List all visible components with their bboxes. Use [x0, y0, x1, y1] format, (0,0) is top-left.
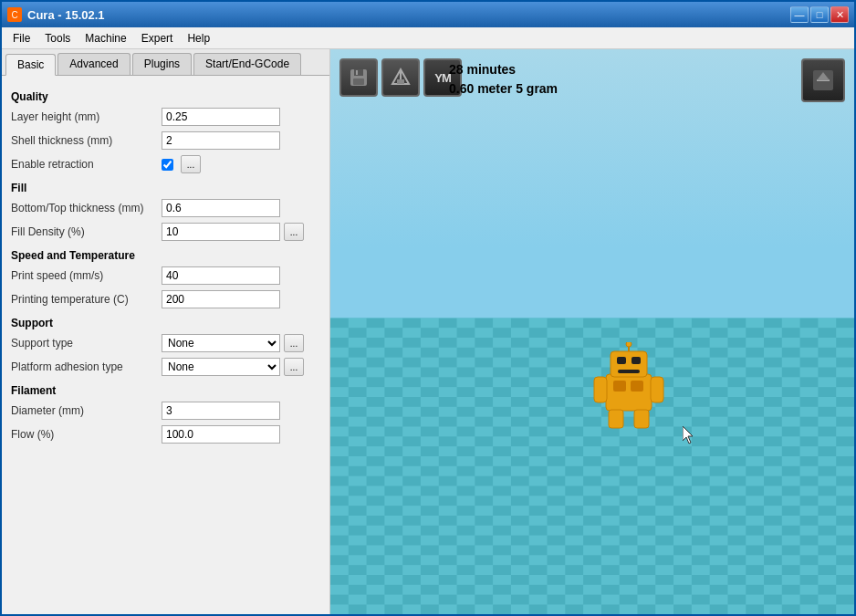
menu-machine[interactable]: Machine	[78, 30, 133, 47]
tab-advanced[interactable]: Advanced	[57, 53, 130, 75]
print-details: 0.60 meter 5 gram	[449, 79, 558, 99]
title-bar-left: C Cura - 15.02.1	[7, 7, 105, 22]
svg-rect-21	[609, 410, 623, 428]
enable-retraction-row: Enable retraction ...	[11, 154, 320, 174]
svg-rect-19	[613, 381, 626, 392]
left-panel: Basic Advanced Plugins Start/End-GCode Q…	[2, 49, 330, 614]
app-icon: C	[7, 7, 22, 22]
svg-rect-9	[397, 79, 404, 84]
bottom-top-thickness-input[interactable]	[162, 199, 280, 217]
menu-help[interactable]: Help	[180, 30, 217, 47]
support-section-title: Support	[11, 317, 320, 329]
toolbar-3d: YM	[339, 58, 462, 97]
svg-rect-17	[632, 357, 641, 364]
title-controls: — □ ✕	[790, 6, 849, 23]
tabs-bar: Basic Advanced Plugins Start/End-GCode	[2, 49, 329, 76]
tab-plugins[interactable]: Plugins	[132, 53, 192, 75]
form-area: Quality Layer height (mm) Shell thicknes…	[2, 76, 329, 614]
main-window: C Cura - 15.02.1 — □ ✕ File Tools Machin…	[0, 0, 856, 616]
print-temp-label: Printing temperature (C)	[11, 293, 162, 306]
svg-point-26	[626, 342, 632, 347]
shell-thickness-row: Shell thickness (mm)	[11, 131, 320, 151]
layer-height-label: Layer height (mm)	[11, 110, 162, 123]
shell-thickness-label: Shell thickness (mm)	[11, 134, 162, 147]
svg-rect-18	[618, 370, 640, 373]
platform-adhesion-select[interactable]: None Brim Raft	[162, 358, 280, 376]
flow-input[interactable]	[162, 425, 280, 444]
svg-rect-16	[617, 357, 626, 364]
svg-rect-14	[606, 374, 652, 411]
diameter-input[interactable]	[162, 402, 280, 420]
layer-height-input[interactable]	[162, 108, 280, 126]
enable-retraction-label: Enable retraction	[11, 158, 162, 171]
svg-rect-6	[353, 78, 364, 85]
fill-density-row: Fill Density (%) ...	[11, 222, 320, 242]
fill-density-input[interactable]	[162, 223, 280, 241]
support-type-select[interactable]: None Touching buildplate Everywhere	[162, 334, 280, 352]
print-speed-row: Print speed (mm/s)	[11, 266, 320, 286]
maximize-button[interactable]: □	[810, 6, 829, 23]
slice-icon	[809, 67, 837, 94]
platform-adhesion-extra-button[interactable]: ...	[284, 358, 304, 376]
svg-rect-20	[631, 381, 643, 392]
print-info: 28 minutes 0.60 meter 5 gram	[449, 60, 558, 99]
quality-section-title: Quality	[11, 90, 320, 103]
speed-temp-section-title: Speed and Temperature	[11, 249, 320, 262]
robot-svg	[592, 342, 665, 433]
bottom-top-thickness-row: Bottom/Top thickness (mm)	[11, 198, 320, 218]
platform-adhesion-wrapper: None Brim Raft ...	[162, 358, 304, 376]
svg-rect-22	[634, 410, 649, 428]
right-panel: YM 28 minutes 0.60 meter 5 gram	[330, 49, 854, 614]
print-time: 28 minutes	[449, 60, 558, 79]
slice-button[interactable]	[801, 58, 845, 102]
window-title: Cura - 15.02.1	[27, 8, 105, 22]
save-icon	[348, 67, 370, 89]
menu-bar: File Tools Machine Expert Help	[2, 27, 854, 49]
support-type-row: Support type None Touching buildplate Ev…	[11, 333, 320, 353]
menu-tools[interactable]: Tools	[37, 30, 78, 47]
print-speed-input[interactable]	[162, 266, 280, 285]
diameter-row: Diameter (mm)	[11, 401, 320, 421]
fill-section-title: Fill	[11, 182, 320, 194]
bottom-top-thickness-label: Bottom/Top thickness (mm)	[11, 202, 162, 214]
view-icon	[390, 67, 412, 89]
filament-section-title: Filament	[11, 384, 320, 397]
platform-adhesion-label: Platform adhesion type	[11, 360, 162, 373]
minimize-button[interactable]: —	[790, 6, 809, 23]
print-temp-row: Printing temperature (C)	[11, 289, 320, 309]
svg-rect-7	[356, 70, 358, 75]
viewport[interactable]: YM 28 minutes 0.60 meter 5 gram	[330, 49, 854, 614]
print-temp-input[interactable]	[162, 290, 280, 308]
save-3d-button[interactable]	[339, 58, 378, 97]
tab-basic[interactable]: Basic	[5, 54, 56, 76]
fill-density-label: Fill Density (%)	[11, 225, 162, 238]
flow-row: Flow (%)	[11, 424, 320, 444]
diameter-label: Diameter (mm)	[11, 404, 162, 417]
view-3d-button[interactable]	[381, 58, 420, 97]
main-content: Basic Advanced Plugins Start/End-GCode Q…	[2, 49, 854, 614]
support-type-wrapper: None Touching buildplate Everywhere ...	[162, 334, 304, 352]
support-type-extra-button[interactable]: ...	[284, 334, 304, 352]
svg-rect-23	[594, 377, 607, 402]
support-type-label: Support type	[11, 337, 162, 350]
flow-label: Flow (%)	[11, 428, 162, 441]
print-speed-label: Print speed (mm/s)	[11, 269, 162, 282]
enable-retraction-checkbox[interactable]	[162, 159, 173, 171]
robot-model	[592, 342, 665, 433]
platform-adhesion-row: Platform adhesion type None Brim Raft ..…	[11, 357, 320, 377]
shell-thickness-input[interactable]	[162, 131, 280, 150]
tab-startend-gcode[interactable]: Start/End-GCode	[193, 53, 301, 75]
title-bar: C Cura - 15.02.1 — □ ✕	[2, 2, 854, 27]
retraction-extra-button[interactable]: ...	[181, 155, 201, 173]
menu-expert[interactable]: Expert	[134, 30, 181, 47]
fill-density-extra-button[interactable]: ...	[284, 223, 304, 241]
svg-rect-24	[651, 377, 663, 402]
close-button[interactable]: ✕	[830, 6, 849, 23]
fill-density-wrapper: ...	[162, 223, 304, 241]
menu-file[interactable]: File	[5, 30, 37, 47]
enable-retraction-wrapper: ...	[162, 155, 201, 173]
svg-rect-5	[354, 69, 363, 76]
layer-height-row: Layer height (mm)	[11, 107, 320, 127]
